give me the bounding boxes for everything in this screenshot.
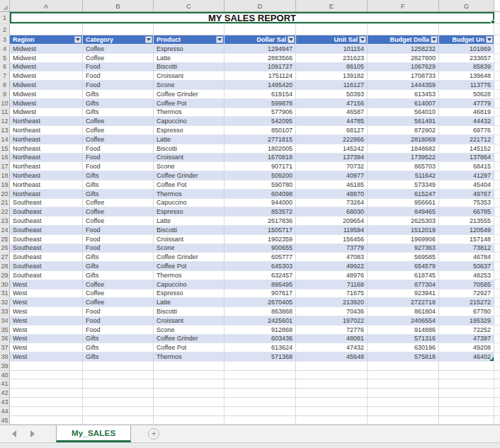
table-cell[interactable]: 48253 — [439, 271, 494, 280]
row-number[interactable]: 18 — [0, 171, 10, 180]
table-cell[interactable]: West — [10, 298, 83, 306]
table-cell[interactable]: 2617836 — [225, 217, 296, 225]
table-cell[interactable]: 195329 — [439, 316, 494, 325]
table-cell[interactable]: 48976 — [296, 271, 368, 280]
table-cell[interactable]: Gifts — [83, 108, 154, 117]
table-cell[interactable]: 47432 — [296, 343, 368, 352]
table-cell[interactable]: 69776 — [439, 126, 494, 134]
table-cell[interactable]: 75353 — [439, 199, 494, 207]
row-number[interactable]: 14 — [0, 135, 10, 144]
table-cell[interactable]: 2827800 — [368, 54, 439, 62]
table-cell[interactable]: Northeast — [10, 135, 83, 144]
table-cell[interactable]: 1512019 — [368, 226, 439, 234]
empty-cell[interactable] — [296, 416, 368, 425]
table-cell[interactable]: Coffee — [83, 280, 154, 289]
table-cell[interactable]: Northeast — [10, 126, 83, 134]
table-cell[interactable]: 645303 — [225, 262, 296, 270]
table-cell[interactable]: Croissant — [154, 154, 225, 162]
table-cell[interactable]: 865703 — [368, 162, 439, 171]
table-column-header[interactable]: Budget Dolla — [368, 35, 439, 44]
table-cell[interactable]: 599878 — [225, 99, 296, 108]
table-cell[interactable]: Midwest — [10, 45, 83, 53]
table-cell[interactable]: 45648 — [296, 352, 368, 361]
table-cell[interactable]: 221712 — [439, 135, 494, 144]
table-cell[interactable]: 573349 — [368, 180, 439, 189]
row-number[interactable]: 8 — [0, 81, 10, 89]
table-cell[interactable]: 850107 — [225, 126, 296, 134]
table-cell[interactable]: 1751124 — [225, 71, 296, 80]
table-cell[interactable]: 564010 — [368, 108, 439, 117]
filter-button[interactable] — [486, 36, 493, 43]
next-sheet-icon[interactable] — [30, 430, 35, 437]
empty-cell[interactable] — [368, 371, 439, 379]
table-cell[interactable]: West — [10, 352, 83, 361]
empty-cell[interactable] — [296, 24, 368, 35]
row-number[interactable]: 45 — [0, 416, 10, 425]
table-cell[interactable]: Coffee — [83, 207, 154, 216]
table-cell[interactable]: 956661 — [368, 199, 439, 207]
table-cell[interactable]: 46587 — [296, 108, 368, 117]
table-cell[interactable]: 137394 — [296, 154, 368, 162]
row-number[interactable]: 11 — [0, 108, 10, 117]
table-cell[interactable]: 509200 — [225, 171, 296, 180]
table-cell[interactable]: 71675 — [296, 289, 368, 298]
table-cell[interactable]: 907171 — [225, 162, 296, 171]
select-all-corner[interactable] — [0, 0, 10, 11]
empty-cell[interactable] — [368, 407, 439, 415]
table-cell[interactable]: 213555 — [439, 217, 494, 225]
row-number[interactable]: 20 — [0, 190, 10, 198]
empty-cell[interactable] — [10, 379, 83, 388]
table-cell[interactable]: West — [10, 280, 83, 289]
table-cell[interactable]: Coffee Grinder — [154, 253, 225, 261]
table-cell[interactable]: Gifts — [83, 271, 154, 280]
table-cell[interactable]: Gifts — [83, 180, 154, 189]
table-cell[interactable]: 70585 — [439, 280, 494, 289]
table-cell[interactable]: West — [10, 335, 83, 343]
empty-cell[interactable] — [83, 389, 154, 397]
table-cell[interactable]: 863868 — [225, 307, 296, 316]
table-cell[interactable]: Midwest — [10, 90, 83, 98]
table-cell[interactable]: Croissant — [154, 235, 225, 243]
empty-cell[interactable] — [154, 416, 225, 425]
table-cell[interactable]: 577906 — [225, 108, 296, 117]
table-cell[interactable]: Coffee — [83, 298, 154, 306]
empty-cell[interactable] — [296, 362, 368, 370]
table-cell[interactable]: 853572 — [225, 207, 296, 216]
table-cell[interactable]: Espresso — [154, 207, 225, 216]
empty-cell[interactable] — [83, 398, 154, 406]
table-cell[interactable]: 73264 — [296, 199, 368, 207]
empty-cell[interactable] — [10, 24, 83, 35]
table-cell[interactable]: Capuccino — [154, 199, 225, 207]
table-cell[interactable]: 2883566 — [225, 54, 296, 62]
column-header-C[interactable]: C — [154, 0, 225, 11]
table-cell[interactable]: Croissant — [154, 71, 225, 80]
row-number[interactable]: 10 — [0, 99, 10, 108]
table-cell[interactable]: 73812 — [439, 244, 494, 253]
table-cell[interactable]: Gifts — [83, 352, 154, 361]
filter-button[interactable] — [74, 36, 81, 43]
table-cell[interactable]: Coffee — [83, 289, 154, 298]
table-cell[interactable]: 571316 — [368, 335, 439, 343]
table-cell[interactable]: Southeast — [10, 199, 83, 207]
row-number[interactable]: 12 — [0, 117, 10, 125]
table-cell[interactable]: 923941 — [368, 289, 439, 298]
table-cell[interactable]: 1444359 — [368, 81, 439, 89]
table-cell[interactable]: 895495 — [225, 280, 296, 289]
empty-cell[interactable] — [154, 371, 225, 379]
filter-button[interactable] — [359, 36, 366, 43]
empty-cell[interactable] — [154, 24, 225, 35]
table-cell[interactable]: Southeast — [10, 244, 83, 253]
table-column-header[interactable]: Product — [154, 35, 225, 44]
table-cell[interactable]: 44432 — [439, 117, 494, 125]
empty-cell[interactable] — [225, 24, 296, 35]
table-cell[interactable]: 233657 — [439, 54, 494, 62]
table-cell[interactable]: 50628 — [439, 90, 494, 98]
prev-sheet-icon[interactable] — [12, 430, 16, 437]
empty-cell[interactable] — [439, 407, 494, 415]
table-cell[interactable]: 1091727 — [225, 63, 296, 71]
table-cell[interactable]: 222866 — [296, 135, 368, 144]
table-cell[interactable]: Food — [83, 154, 154, 162]
row-number[interactable]: 16 — [0, 154, 10, 162]
table-cell[interactable]: 72776 — [296, 326, 368, 334]
column-header-B[interactable]: B — [83, 0, 154, 11]
